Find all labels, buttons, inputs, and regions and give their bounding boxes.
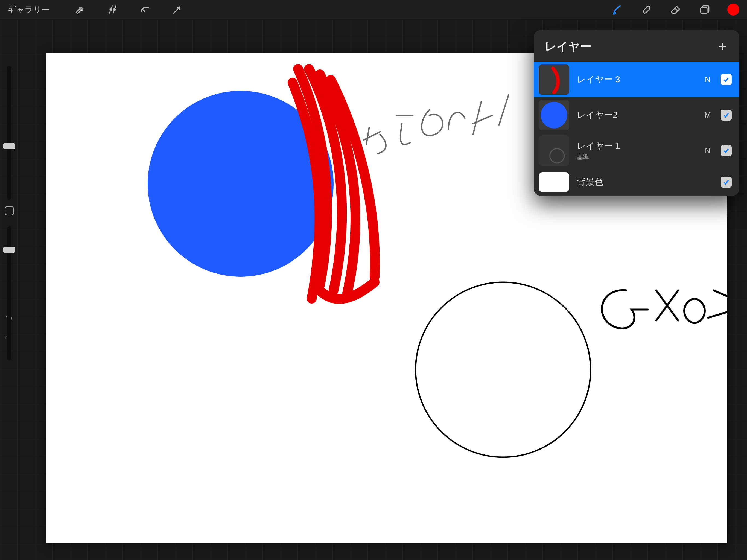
left-tool-icons bbox=[74, 4, 183, 16]
wrench-icon[interactable] bbox=[74, 4, 86, 16]
svg-point-6 bbox=[550, 149, 564, 163]
gallery-button[interactable]: ギャラリー bbox=[8, 4, 50, 15]
layer-name-block: レイヤー 1 基準 bbox=[577, 140, 695, 161]
topbar-left: ギャラリー bbox=[8, 4, 183, 16]
side-sliders bbox=[2, 66, 17, 360]
visibility-checkbox[interactable] bbox=[721, 177, 732, 187]
layer-name-block: レイヤー2 bbox=[577, 109, 695, 121]
visibility-checkbox[interactable] bbox=[721, 74, 732, 85]
layer-name-block: 背景色 bbox=[577, 176, 695, 188]
layer-row-background[interactable]: 背景色 bbox=[534, 169, 739, 196]
transform-arrow-icon[interactable] bbox=[171, 4, 183, 16]
eyedropper-button[interactable] bbox=[5, 206, 14, 215]
topbar-right bbox=[611, 4, 739, 16]
blend-mode-letter[interactable]: M bbox=[702, 111, 713, 120]
brush-size-slider[interactable] bbox=[7, 66, 11, 200]
add-layer-button[interactable] bbox=[717, 41, 728, 52]
layer-name: 背景色 bbox=[577, 176, 695, 188]
selection-icon[interactable] bbox=[139, 4, 151, 16]
opacity-thumb[interactable] bbox=[3, 247, 15, 253]
layer-name-block: レイヤー 3 bbox=[577, 74, 695, 85]
layers-header: レイヤー bbox=[534, 30, 739, 62]
svg-point-5 bbox=[541, 102, 567, 128]
layer-thumb-red-stroke bbox=[539, 64, 569, 95]
layers-panel: レイヤー レイヤー 3 N レイヤー2 M レイヤー bbox=[534, 30, 739, 196]
brush-icon[interactable] bbox=[611, 4, 623, 16]
layer-row[interactable]: レイヤー2 M bbox=[534, 97, 739, 133]
layer-row[interactable]: レイヤー 3 N bbox=[534, 62, 739, 97]
svg-point-1 bbox=[416, 282, 591, 457]
adjustments-icon[interactable] bbox=[107, 4, 119, 16]
blend-mode-letter[interactable]: N bbox=[702, 75, 713, 84]
layers-icon[interactable] bbox=[698, 4, 711, 16]
layer-subtitle: 基準 bbox=[577, 153, 695, 161]
layer-thumb-faint-circle bbox=[539, 135, 569, 166]
svg-rect-4 bbox=[701, 8, 707, 13]
layer-name: レイヤー 1 bbox=[577, 140, 695, 152]
layer-thumb-blue-circle bbox=[539, 100, 569, 130]
visibility-checkbox[interactable] bbox=[721, 145, 732, 156]
layer-name: レイヤー 3 bbox=[577, 74, 695, 85]
visibility-checkbox[interactable] bbox=[721, 110, 732, 121]
blend-mode-letter[interactable]: N bbox=[702, 146, 713, 155]
opacity-slider[interactable] bbox=[7, 226, 11, 360]
smudge-icon[interactable] bbox=[640, 4, 652, 16]
layer-thumb-white bbox=[539, 172, 569, 192]
topbar: ギャラリー bbox=[0, 0, 747, 19]
brush-size-thumb[interactable] bbox=[3, 143, 15, 149]
layer-row[interactable]: レイヤー 1 基準 N bbox=[534, 133, 739, 169]
eraser-icon[interactable] bbox=[669, 4, 681, 16]
layer-name: レイヤー2 bbox=[577, 109, 695, 121]
color-swatch[interactable] bbox=[727, 4, 739, 16]
layers-title: レイヤー bbox=[545, 39, 591, 54]
